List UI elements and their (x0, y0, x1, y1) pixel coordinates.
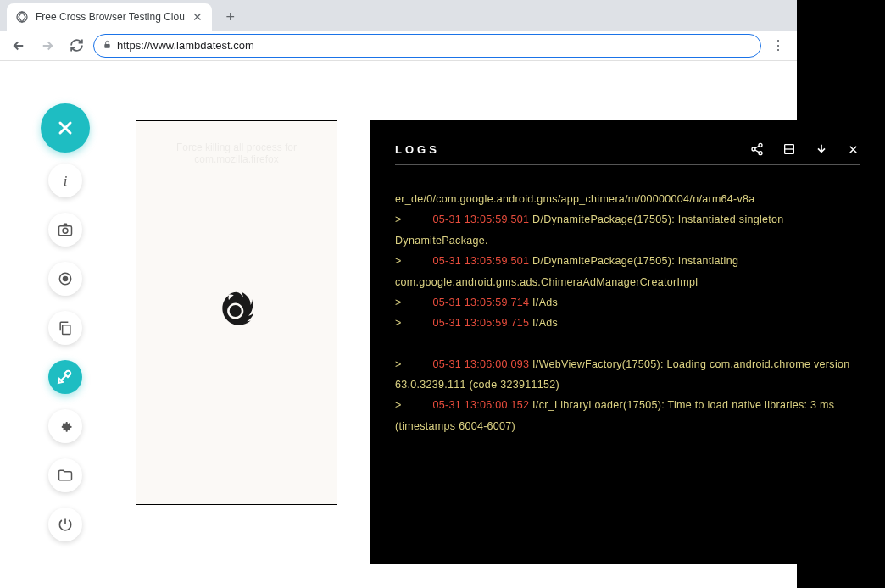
svg-point-8 (230, 305, 242, 317)
svg-point-10 (752, 147, 755, 151)
tab-title: Free Cross Browser Testing Clou (36, 11, 185, 23)
browser-menu-icon[interactable]: ⋮ (766, 34, 790, 58)
log-line: > 05-31 13:05:59.501 D/DynamitePackage(1… (395, 209, 860, 251)
close-session-button[interactable] (41, 103, 90, 153)
download-icon[interactable] (815, 142, 828, 156)
logs-actions (750, 142, 860, 156)
logs-content[interactable]: er_de/0/com.google.android.gms/app_chime… (395, 189, 860, 436)
firefox-icon (209, 286, 264, 340)
svg-rect-7 (63, 325, 70, 335)
log-line: > 05-31 13:05:59.714 I/Ads (395, 292, 860, 313)
svg-text:i: i (64, 173, 68, 189)
new-tab-button[interactable]: + (219, 5, 242, 29)
browser-tab[interactable]: Free Cross Browser Testing Clou ✕ (7, 3, 212, 31)
svg-point-6 (64, 277, 68, 281)
control-sidebar: i (41, 103, 90, 546)
back-button[interactable] (7, 34, 31, 58)
log-line: > 05-31 13:06:00.093 I/WebViewFactory(17… (395, 354, 860, 396)
svg-point-9 (759, 143, 762, 147)
screenshot-button[interactable] (48, 213, 82, 247)
svg-rect-1 (104, 44, 109, 48)
url-bar[interactable]: https://www.lambdatest.com (93, 34, 761, 58)
tab-close-icon[interactable]: ✕ (192, 11, 203, 23)
forward-button[interactable] (36, 34, 59, 58)
log-line: > 05-31 13:06:00.152 I/cr_LibraryLoader(… (395, 395, 860, 436)
tab-bar: Free Cross Browser Testing Clou ✕ + (0, 0, 797, 31)
log-line: > 05-31 13:05:59.501 D/DynamitePackage(1… (395, 251, 860, 292)
reload-button[interactable] (64, 34, 88, 58)
svg-point-11 (759, 152, 762, 155)
url-text: https://www.lambdatest.com (117, 39, 254, 52)
log-line: > 05-31 13:05:59.715 I/Ads (395, 313, 860, 333)
logs-title: LOGS (395, 143, 440, 156)
log-line: er_de/0/com.google.android.gms/app_chime… (395, 189, 860, 209)
browser-window: Free Cross Browser Testing Clou ✕ + http… (0, 0, 797, 588)
lock-icon (103, 40, 112, 52)
layout-icon[interactable] (782, 142, 796, 156)
browser-toolbar: https://www.lambdatest.com ⋮ (0, 31, 797, 61)
device-status-text: Force killing all process for com.mozill… (148, 141, 325, 165)
devtools-button[interactable] (48, 360, 82, 394)
share-icon[interactable] (750, 142, 764, 156)
close-logs-icon[interactable] (847, 142, 860, 156)
copy-button[interactable] (48, 311, 82, 345)
page-viewport: i Force kil (0, 61, 797, 588)
device-preview[interactable]: Force killing all process for com.mozill… (136, 120, 337, 505)
tab-favicon-icon (15, 10, 29, 24)
power-button[interactable] (48, 508, 82, 541)
record-button[interactable] (48, 262, 82, 296)
logs-header: LOGS (395, 142, 860, 165)
svg-point-4 (63, 228, 68, 233)
files-button[interactable] (48, 458, 82, 492)
settings-button[interactable] (48, 409, 82, 443)
info-button[interactable]: i (48, 164, 82, 197)
logs-panel: LOGS er_de/0/com.google.android.gms/app_… (370, 120, 885, 564)
svg-rect-3 (59, 226, 72, 236)
